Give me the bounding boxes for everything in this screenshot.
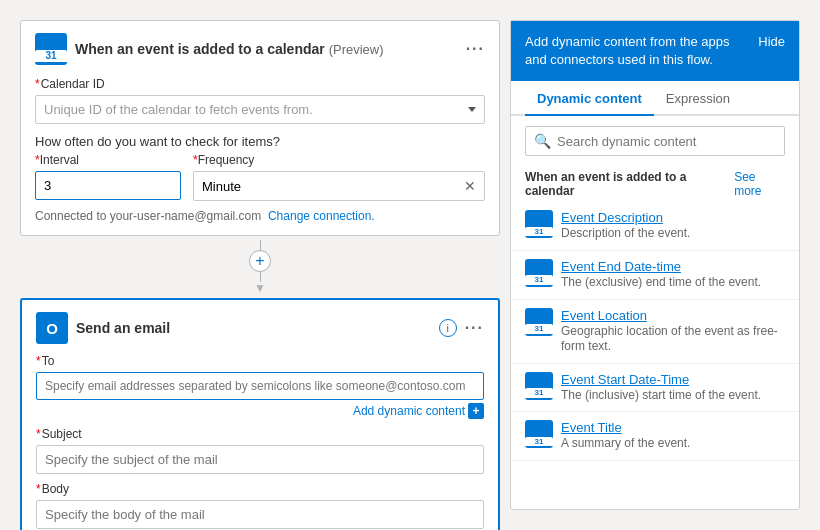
dynamic-item[interactable]: 31 Event Start Date-Time The (inclusive)… bbox=[511, 364, 799, 413]
search-icon: 🔍 bbox=[534, 133, 551, 149]
interval-label: *Interval bbox=[35, 153, 181, 167]
add-dynamic-label: Add dynamic content bbox=[353, 404, 465, 418]
item-calendar-icon: 31 bbox=[525, 420, 553, 448]
item-calendar-icon: 31 bbox=[525, 308, 553, 336]
tab-dynamic-content[interactable]: Dynamic content bbox=[525, 81, 654, 116]
section-title: When an event is added to a calendar bbox=[525, 170, 734, 198]
calendar-id-placeholder: Unique ID of the calendar to fetch event… bbox=[44, 102, 313, 117]
search-input[interactable] bbox=[557, 134, 776, 149]
plus-icon: + bbox=[255, 253, 264, 269]
trigger-card: 31 When an event is added to a calendar … bbox=[20, 20, 500, 236]
trigger-change-connection-link[interactable]: Change connection. bbox=[268, 209, 375, 223]
subject-input[interactable] bbox=[36, 445, 484, 474]
body-label: *Body bbox=[36, 482, 484, 496]
item-title[interactable]: Event End Date-time bbox=[561, 259, 761, 274]
body-input[interactable] bbox=[36, 500, 484, 529]
calendar-id-input[interactable]: Unique ID of the calendar to fetch event… bbox=[35, 95, 485, 124]
section-header: When an event is added to a calendar See… bbox=[511, 166, 799, 202]
flow-connector: + ▼ bbox=[20, 236, 500, 298]
see-more-link[interactable]: See more bbox=[734, 170, 785, 198]
add-dynamic-content-button[interactable]: Add dynamic content + bbox=[353, 403, 484, 419]
item-calendar-icon: 31 bbox=[525, 372, 553, 400]
body-input-field[interactable] bbox=[45, 507, 475, 522]
trigger-connection-row: Connected to your-user-name@gmail.com Ch… bbox=[35, 209, 485, 223]
add-dynamic-icon: + bbox=[468, 403, 484, 419]
trigger-title: When an event is added to a calendar (Pr… bbox=[75, 41, 458, 57]
item-desc: The (exclusive) end time of the event. bbox=[561, 275, 761, 291]
email-card: O Send an email i ··· *To Add dynamic co… bbox=[20, 298, 500, 530]
to-label: *To bbox=[36, 354, 484, 368]
item-desc: Geographic location of the event as free… bbox=[561, 324, 785, 355]
to-input[interactable] bbox=[36, 372, 484, 400]
item-title[interactable]: Event Description bbox=[561, 210, 690, 225]
email-title: Send an email bbox=[76, 320, 431, 336]
search-box[interactable]: 🔍 bbox=[525, 126, 785, 156]
frequency-input[interactable]: Minute ✕ bbox=[193, 171, 485, 201]
item-calendar-icon: 31 bbox=[525, 210, 553, 238]
connector-arrow: ▼ bbox=[254, 282, 266, 294]
preview-badge: (Preview) bbox=[329, 42, 384, 57]
subject-label: *Subject bbox=[36, 427, 484, 441]
email-menu-button[interactable]: ··· bbox=[465, 319, 484, 337]
item-calendar-icon: 31 bbox=[525, 259, 553, 287]
item-desc: Description of the event. bbox=[561, 226, 690, 242]
tab-expression[interactable]: Expression bbox=[654, 81, 742, 116]
connector-line-top bbox=[260, 240, 261, 250]
trigger-connection-text: Connected to your-user-name@gmail.com bbox=[35, 209, 261, 223]
dynamic-content-panel: Add dynamic content from the apps and co… bbox=[510, 20, 800, 510]
calendar-id-label: *Calendar ID bbox=[35, 77, 485, 91]
item-title[interactable]: Event Location bbox=[561, 308, 785, 323]
trigger-menu-button[interactable]: ··· bbox=[466, 40, 485, 58]
add-step-button[interactable]: + bbox=[249, 250, 271, 272]
interval-input[interactable] bbox=[35, 171, 181, 200]
trigger-title-text: When an event is added to a calendar bbox=[75, 41, 325, 57]
dynamic-item[interactable]: 31 Event Location Geographic location of… bbox=[511, 300, 799, 364]
calendar-trigger-icon: 31 bbox=[35, 33, 67, 65]
check-interval-label: How often do you want to check for items… bbox=[35, 134, 485, 149]
outlook-icon: O bbox=[36, 312, 68, 344]
frequency-value: Minute bbox=[202, 179, 241, 194]
calendar-id-chevron bbox=[468, 107, 476, 112]
tabs-row: Dynamic content Expression bbox=[511, 81, 799, 116]
dynamic-item[interactable]: 31 Event Description Description of the … bbox=[511, 202, 799, 251]
item-title[interactable]: Event Start Date-Time bbox=[561, 372, 761, 387]
subject-input-field[interactable] bbox=[45, 452, 475, 467]
item-desc: The (inclusive) start time of the event. bbox=[561, 388, 761, 404]
item-desc: A summary of the event. bbox=[561, 436, 690, 452]
dynamic-item[interactable]: 31 Event Title A summary of the event. bbox=[511, 412, 799, 461]
hide-panel-button[interactable]: Hide bbox=[758, 34, 785, 49]
item-title[interactable]: Event Title bbox=[561, 420, 690, 435]
panel-header-text: Add dynamic content from the apps and co… bbox=[525, 33, 750, 69]
frequency-clear-button[interactable]: ✕ bbox=[464, 178, 476, 194]
panel-header: Add dynamic content from the apps and co… bbox=[511, 21, 799, 81]
frequency-label: *Frequency bbox=[193, 153, 485, 167]
to-input-field[interactable] bbox=[45, 379, 475, 393]
dynamic-items-list: 31 Event Description Description of the … bbox=[511, 202, 799, 461]
dynamic-item[interactable]: 31 Event End Date-time The (exclusive) e… bbox=[511, 251, 799, 300]
email-info-button[interactable]: i bbox=[439, 319, 457, 337]
